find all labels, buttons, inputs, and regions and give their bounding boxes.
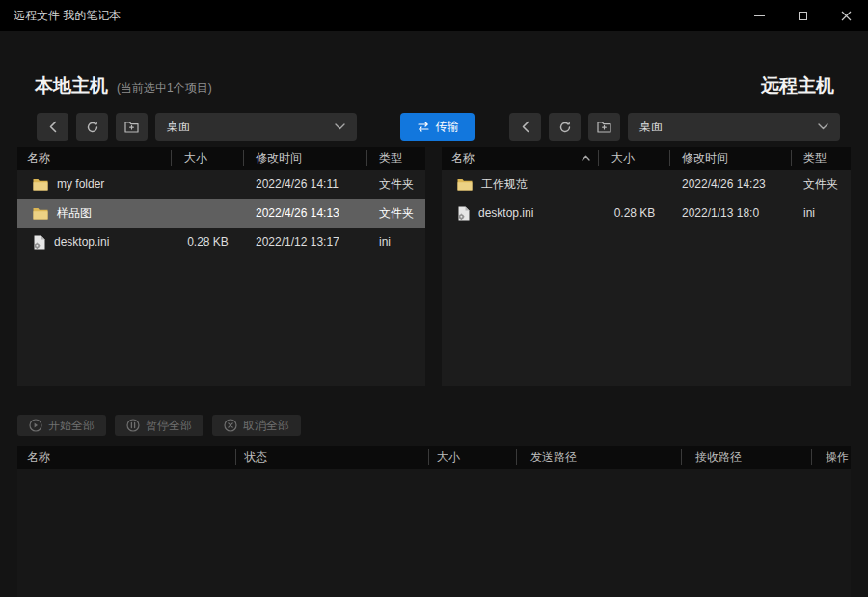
transfer-swap-icon [417, 122, 430, 132]
queue-table-body-empty [17, 469, 851, 597]
sort-ascending-icon [582, 155, 590, 161]
local-host-title: 本地主机 [35, 73, 108, 98]
file-size: 0.28 KB [599, 206, 670, 220]
local-path-dropdown[interactable]: 桌面 [155, 113, 357, 141]
transfer-button[interactable]: 传输 [400, 113, 475, 141]
main-content: 本地主机 (当前选中1个项目) 远程主机 桌面 传输 [0, 31, 868, 597]
table-row[interactable]: desktop.ini 0.28 KB 2022/1/12 13:17 ini [17, 228, 425, 257]
table-row[interactable]: desktop.ini 0.28 KB 2022/1/13 18:0 ini [442, 199, 851, 228]
ini-file-icon [457, 206, 470, 221]
remote-column-size[interactable]: 大小 [599, 150, 670, 166]
file-mtime: 2022/4/26 14:13 [244, 206, 367, 220]
pause-circle-icon [126, 419, 140, 432]
local-file-panel: 名称 大小 修改时间 类型 my folder 2022/4/26 14:11 … [17, 147, 425, 386]
file-type: 文件夹 [367, 205, 425, 222]
start-all-label: 开始全部 [48, 418, 95, 434]
folder-icon [33, 178, 48, 191]
pause-all-label: 暂停全部 [146, 418, 192, 434]
file-mtime: 2022/1/12 13:17 [244, 235, 367, 249]
chevron-down-icon [818, 123, 828, 130]
panel-titles-row: 本地主机 (当前选中1个项目) 远程主机 [35, 73, 834, 98]
chevron-left-icon [49, 121, 57, 133]
table-row[interactable]: 工作规范 2022/4/26 14:23 文件夹 [442, 170, 851, 199]
close-icon [841, 11, 852, 21]
local-column-name[interactable]: 名称 [17, 150, 172, 166]
chevron-left-icon [522, 121, 529, 133]
selection-count-label: (当前选中1个项目) [117, 80, 212, 96]
file-name: desktop.ini [478, 206, 533, 220]
folder-icon [457, 178, 473, 191]
remote-column-name[interactable]: 名称 [442, 150, 599, 166]
local-back-button[interactable] [37, 113, 68, 141]
cancel-all-button[interactable]: 取消全部 [212, 415, 301, 436]
x-circle-icon [224, 419, 237, 432]
new-folder-icon [597, 121, 611, 133]
remote-column-mtime[interactable]: 修改时间 [670, 150, 792, 166]
queue-column-size: 大小 [429, 449, 517, 465]
queue-column-operation: 操作 [812, 449, 851, 465]
queue-column-send-path: 发送路径 [517, 449, 682, 465]
file-type: 文件夹 [367, 176, 425, 193]
file-name: 工作规范 [481, 176, 528, 193]
local-refresh-button[interactable] [76, 113, 108, 141]
title-bar: 远程文件 我的笔记本 [0, 0, 868, 31]
remote-back-button[interactable] [509, 113, 541, 141]
table-row-selected[interactable]: 样品图 2022/4/26 14:13 文件夹 [17, 199, 425, 228]
window-title: 远程文件 我的笔记本 [0, 8, 121, 24]
cancel-all-label: 取消全部 [243, 418, 289, 434]
remote-column-name-label: 名称 [451, 150, 475, 166]
remote-path-dropdown[interactable]: 桌面 [628, 113, 840, 141]
local-column-size[interactable]: 大小 [172, 150, 244, 166]
chevron-down-icon [335, 123, 345, 130]
local-table-header: 名称 大小 修改时间 类型 [17, 147, 425, 170]
file-type: 文件夹 [792, 176, 851, 193]
refresh-icon [86, 121, 99, 134]
transfer-button-label: 传输 [436, 119, 459, 135]
folder-icon [33, 207, 48, 220]
local-column-mtime[interactable]: 修改时间 [244, 150, 367, 166]
remote-path-value: 桌面 [639, 119, 663, 135]
queue-column-receive-path: 接收路径 [682, 449, 812, 465]
minimize-button[interactable] [738, 0, 781, 31]
ini-file-icon [33, 235, 45, 250]
maximize-button[interactable] [781, 0, 825, 31]
remote-refresh-button[interactable] [549, 113, 581, 141]
file-type: ini [792, 206, 851, 220]
remote-host-title: 远程主机 [761, 73, 834, 98]
play-circle-icon [29, 419, 42, 432]
local-new-folder-button[interactable] [116, 113, 148, 141]
close-button[interactable] [825, 0, 868, 31]
transfer-queue-table: 名称 状态 大小 发送路径 接收路径 操作 [17, 446, 851, 597]
file-name: 样品图 [57, 205, 92, 222]
file-name: desktop.ini [54, 235, 109, 249]
remote-column-type[interactable]: 类型 [792, 150, 851, 166]
file-type: ini [367, 235, 425, 249]
remote-new-folder-button[interactable] [588, 113, 620, 141]
refresh-icon [558, 121, 572, 134]
local-path-value: 桌面 [167, 119, 190, 135]
remote-file-panel: 名称 大小 修改时间 类型 工作规范 2022/4/26 14:23 文件夹 d… [442, 147, 851, 386]
file-mtime: 2022/1/13 18:0 [670, 206, 792, 220]
local-toolbar: 桌面 [37, 113, 357, 141]
queue-column-status: 状态 [236, 449, 429, 465]
window-controls [738, 0, 868, 31]
pause-all-button[interactable]: 暂停全部 [115, 415, 203, 436]
queue-controls: 开始全部 暂停全部 取消全部 [17, 415, 301, 436]
file-size: 0.28 KB [172, 235, 244, 249]
file-name: my folder [57, 177, 104, 191]
remote-table-header: 名称 大小 修改时间 类型 [442, 147, 851, 170]
queue-table-header: 名称 状态 大小 发送路径 接收路径 操作 [17, 446, 851, 469]
table-row[interactable]: my folder 2022/4/26 14:11 文件夹 [17, 170, 425, 199]
local-column-type[interactable]: 类型 [367, 150, 425, 166]
start-all-button[interactable]: 开始全部 [17, 415, 106, 436]
file-mtime: 2022/4/26 14:11 [244, 177, 367, 191]
maximize-icon [799, 12, 807, 20]
remote-toolbar: 桌面 [509, 113, 840, 141]
queue-column-name: 名称 [17, 449, 236, 465]
minimize-icon [754, 15, 765, 16]
new-folder-icon [124, 121, 139, 133]
file-mtime: 2022/4/26 14:23 [670, 177, 792, 191]
